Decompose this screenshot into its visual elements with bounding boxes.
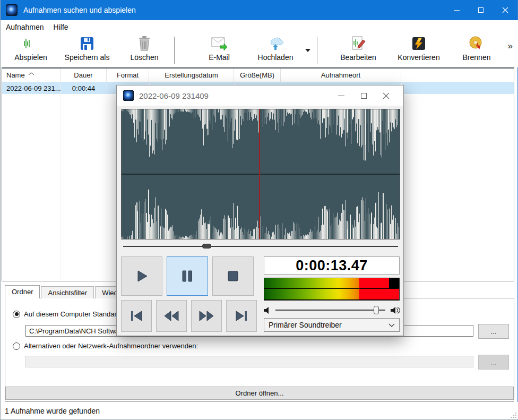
menu-aufnahmen[interactable]: Aufnahmen xyxy=(1,21,49,33)
close-icon xyxy=(383,92,390,99)
window-title: Aufnahmen suchen und abspielen xyxy=(23,6,136,14)
toolbar-abspielen-button[interactable]: Abspielen xyxy=(5,35,56,66)
column-header-aufnahmeort[interactable]: Aufnahmeort xyxy=(281,68,401,82)
cell-name: 2022-06-09 231... xyxy=(2,84,61,92)
fast-forward-icon xyxy=(198,310,214,322)
dialog-minimize-button[interactable] xyxy=(330,85,352,106)
dialog-title: 2022-06-09 231409 xyxy=(139,91,209,100)
stop-icon xyxy=(227,270,239,282)
column-header-name[interactable]: Name xyxy=(2,68,61,82)
browse-alt-folder-button[interactable]: ... xyxy=(478,355,509,370)
dialog-close-button[interactable] xyxy=(375,85,397,106)
peak-block xyxy=(389,278,399,288)
menu-hilfe[interactable]: Hilfe xyxy=(49,21,73,33)
play-button[interactable] xyxy=(121,256,162,296)
app-icon xyxy=(6,4,18,16)
volume-control xyxy=(264,305,400,315)
time-display: 0:00:13.47 xyxy=(264,256,400,275)
save-icon xyxy=(80,35,94,52)
toolbar-speichern-button[interactable]: Speichern als xyxy=(56,35,118,66)
speaker-loud-icon xyxy=(391,307,400,314)
seek-slider-track xyxy=(123,246,398,247)
main-window: Aufnahmen suchen und abspielen Aufnahmen… xyxy=(0,0,518,420)
pause-icon xyxy=(181,269,194,283)
skip-to-start-button[interactable] xyxy=(121,300,152,332)
waveform-canvas xyxy=(122,109,400,239)
minimize-icon xyxy=(338,96,344,96)
column-separator xyxy=(107,83,107,280)
upload-cloud-icon xyxy=(267,35,284,52)
radio-default-folder[interactable] xyxy=(13,311,20,318)
radio-alt-folder[interactable] xyxy=(13,342,20,350)
toolbar-bearbeiten-button[interactable]: Bearbeiten xyxy=(329,35,387,66)
cell-dauer: 0:00:44 xyxy=(61,84,107,92)
tab-ansichtsfilter[interactable]: Ansichtsfilter xyxy=(41,286,94,298)
rewind-icon xyxy=(163,310,179,322)
open-folder-button[interactable]: Ordner öffnen... xyxy=(5,387,514,400)
sound-device-dropdown[interactable]: Primärer Soundtreiber xyxy=(264,318,400,332)
hochladen-dropdown-arrow[interactable] xyxy=(302,35,314,66)
skip-end-icon xyxy=(235,310,248,322)
edit-recording-icon xyxy=(351,35,366,52)
skip-start-icon xyxy=(130,310,143,322)
column-header-dauer[interactable]: Dauer xyxy=(61,68,107,82)
pause-button[interactable] xyxy=(167,256,208,296)
radio-default-folder-label: Auf diesem Computer Standar xyxy=(24,310,117,318)
waveform-playhead xyxy=(259,109,260,239)
toolbar-loeschen-button[interactable]: Löschen xyxy=(118,35,171,66)
column-header-erstellungsdatum[interactable]: Erstellungsdatum xyxy=(149,68,234,82)
toolbar-brennen-button[interactable]: Brennen xyxy=(450,35,503,66)
statusbar: 1 Aufnahme wurde gefunden xyxy=(1,402,518,419)
column-header-groesse[interactable]: Größe(MB) xyxy=(234,68,281,82)
toolbar-konvertieren-button[interactable]: Konvertieren xyxy=(387,35,450,66)
close-button[interactable] xyxy=(493,0,517,20)
toolbar-hochladen-button[interactable]: Hochladen xyxy=(249,35,302,66)
convert-icon xyxy=(411,35,426,52)
toolbar-email-button[interactable]: E-Mail xyxy=(189,35,249,66)
sound-device-value: Primärer Soundtreiber xyxy=(269,321,342,329)
playback-readouts: 0:00:13.47 Primärer Soundtreiber xyxy=(264,256,400,275)
tab-ordner[interactable]: Ordner xyxy=(5,285,40,298)
dialog-maximize-button[interactable] xyxy=(352,85,375,106)
chevron-down-icon xyxy=(305,49,310,52)
dialog-app-icon xyxy=(123,90,134,101)
volume-slider[interactable] xyxy=(275,310,385,311)
player-dialog: 2022-06-09 231409 xyxy=(116,85,404,336)
toolbar-overflow-chevron[interactable]: » xyxy=(508,33,513,52)
browse-default-folder-button[interactable]: ... xyxy=(478,324,509,339)
burn-disc-icon xyxy=(469,35,485,52)
toolbar: Abspielen Speichern als Löschen E-Mail H… xyxy=(1,33,518,67)
status-text: 1 Aufnahme wurde gefunden xyxy=(5,407,100,415)
dialog-titlebar: 2022-06-09 231409 xyxy=(117,85,403,106)
minimize-icon xyxy=(454,10,460,11)
rewind-button[interactable] xyxy=(156,300,187,332)
sort-ascending-icon xyxy=(28,69,34,77)
volume-slider-handle[interactable] xyxy=(374,306,379,314)
play-icon xyxy=(135,269,149,283)
minimize-button[interactable] xyxy=(444,0,469,20)
toolbar-separator xyxy=(174,37,175,64)
seek-slider[interactable] xyxy=(123,243,398,250)
waveform-display[interactable] xyxy=(121,109,400,239)
email-icon xyxy=(211,35,227,52)
play-recording-icon xyxy=(23,35,39,52)
skip-to-end-button[interactable] xyxy=(226,300,257,332)
maximize-button[interactable] xyxy=(469,0,493,20)
toolbar-separator xyxy=(317,37,317,64)
titlebar: Aufnahmen suchen und abspielen xyxy=(1,0,517,20)
level-meter-right-channel xyxy=(264,289,399,299)
alt-folder-input[interactable] xyxy=(25,356,473,367)
maximize-icon xyxy=(361,93,367,99)
fast-forward-button[interactable] xyxy=(191,300,222,332)
close-icon xyxy=(502,7,508,13)
level-meter-left-channel xyxy=(264,278,399,289)
radio-alt-folder-label: Alternativen oder Netzwerk-Aufnahmeordne… xyxy=(24,342,198,350)
resize-grip[interactable] xyxy=(510,412,517,418)
level-meter xyxy=(264,278,400,301)
menubar: Aufnahmen Hilfe xyxy=(1,20,518,33)
trash-icon xyxy=(138,35,151,52)
column-header-format[interactable]: Format xyxy=(107,68,149,82)
maximize-icon xyxy=(478,7,484,13)
stop-button[interactable] xyxy=(212,256,254,296)
seek-slider-handle[interactable] xyxy=(202,244,211,248)
